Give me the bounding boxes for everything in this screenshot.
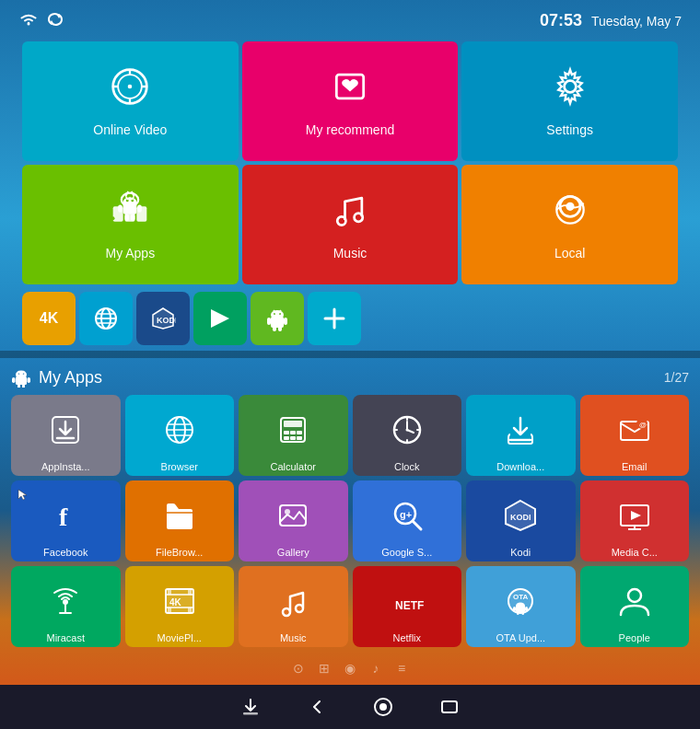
my-apps-section: My Apps 1/27 AppInsta...: [0, 360, 700, 654]
my-recommend-label: My recommend: [306, 122, 394, 137]
status-bar: 07:53 Tuesday, May 7: [11, 7, 689, 34]
svg-rect-122: [243, 712, 258, 715]
svg-rect-119: [517, 611, 519, 615]
svg-rect-19: [118, 204, 122, 212]
kodi-app-icon: KODI: [470, 488, 572, 543]
app-kodi[interactable]: KODI Kodi: [466, 480, 576, 561]
main-tiles-grid: Online Video My recommend Settings: [11, 38, 689, 288]
svg-point-9: [564, 80, 576, 92]
moviepl-label: MoviePl...: [129, 632, 231, 643]
svg-rect-107: [188, 590, 192, 595]
small-tile-kodi[interactable]: KODI: [136, 292, 190, 345]
appinstaller-label: AppInsta...: [15, 461, 117, 472]
app-moviepl[interactable]: 4K MoviePl...: [125, 566, 235, 647]
filebrowser-icon: [129, 488, 231, 543]
app-mediac[interactable]: Media C...: [580, 480, 690, 561]
small-tile-add[interactable]: [308, 292, 361, 345]
svg-rect-109: [188, 608, 192, 612]
facebook-label: Facebook: [15, 547, 117, 558]
svg-rect-106: [168, 590, 171, 595]
tile-local[interactable]: Local: [461, 165, 678, 284]
gallery-label: Gallery: [242, 547, 344, 558]
my-recommend-icon: [330, 66, 370, 117]
svg-rect-116: [516, 606, 525, 612]
browser-icon: [93, 306, 119, 331]
svg-rect-56: [22, 384, 25, 388]
svg-rect-120: [522, 611, 525, 615]
apps-grid: AppInsta... Browser: [11, 395, 689, 647]
app-clock[interactable]: Clock: [353, 395, 462, 476]
svg-point-28: [355, 213, 363, 221]
tile-my-apps[interactable]: My Apps: [22, 165, 239, 284]
nav-home[interactable]: [368, 692, 398, 722]
svg-rect-22: [131, 214, 135, 220]
svg-rect-21: [125, 214, 130, 220]
status-icons: [18, 12, 64, 29]
facebook-icon: f: [15, 488, 117, 543]
svg-rect-74: [290, 436, 296, 440]
svg-text:NETFLIX: NETFLIX: [395, 599, 425, 612]
music-app-label: Music: [242, 632, 344, 643]
my-apps-label: My Apps: [105, 246, 155, 260]
app-people[interactable]: People: [580, 566, 690, 647]
music-app-icon: [242, 573, 344, 629]
svg-rect-117: [513, 607, 516, 611]
app-filebrowser[interactable]: FileBrow...: [125, 480, 235, 561]
svg-rect-75: [297, 436, 302, 440]
netflix-label: Netflix: [356, 632, 459, 643]
svg-point-27: [337, 216, 345, 225]
filebrowser-label: FileBrow...: [129, 547, 231, 558]
online-video-label: Online Video: [93, 122, 167, 137]
app-email[interactable]: @ Email: [580, 395, 690, 476]
time-area: 07:53 Tuesday, May 7: [540, 11, 682, 30]
small-tile-android[interactable]: [251, 292, 304, 345]
refresh-icon: [46, 12, 64, 29]
local-label: Local: [554, 246, 585, 260]
svg-line-92: [413, 521, 421, 529]
nav-back[interactable]: [302, 692, 332, 722]
music-label: Music: [333, 246, 368, 260]
svg-rect-53: [12, 377, 16, 383]
nav-download[interactable]: [236, 692, 265, 722]
download-icon: [470, 402, 572, 457]
svg-point-110: [283, 608, 290, 616]
my-apps-title-area: My Apps: [11, 367, 102, 388]
bottom-nav: [0, 685, 700, 729]
svg-line-79: [407, 430, 414, 433]
app-browser[interactable]: Browser: [125, 395, 235, 476]
app-facebook[interactable]: f Facebook: [11, 480, 121, 561]
small-tile-browser[interactable]: [79, 292, 133, 345]
tile-online-video[interactable]: Online Video: [22, 41, 239, 161]
app-netflix[interactable]: NETFLIX Netflix: [353, 566, 462, 647]
svg-text:@: @: [639, 421, 647, 429]
app-miracast[interactable]: Miracast: [11, 566, 121, 647]
appinstaller-icon: [15, 402, 117, 457]
svg-rect-20: [138, 204, 143, 212]
tile-music[interactable]: Music: [242, 165, 459, 284]
app-googles[interactable]: g+ Google S...: [353, 480, 462, 561]
svg-point-0: [28, 23, 30, 26]
googles-label: Google S...: [356, 547, 459, 558]
svg-point-121: [628, 589, 641, 602]
indicator-grid: ⊞: [315, 659, 333, 677]
nav-recents[interactable]: [435, 692, 464, 722]
svg-text:KODI: KODI: [510, 513, 531, 522]
svg-rect-54: [28, 377, 31, 383]
app-otaupd[interactable]: OTA OTA Upd...: [466, 566, 576, 647]
calculator-icon: [242, 402, 344, 457]
tile-settings[interactable]: Settings: [461, 41, 678, 161]
app-gallery[interactable]: Gallery: [239, 480, 348, 561]
svg-point-46: [279, 313, 281, 315]
svg-point-16: [111, 216, 115, 220]
section-divider: [0, 351, 700, 358]
app-music[interactable]: Music: [239, 566, 348, 647]
small-tile-play[interactable]: [193, 292, 247, 345]
app-calculator[interactable]: Calculator: [239, 395, 348, 476]
tile-my-recommend[interactable]: My recommend: [242, 41, 459, 161]
miracast-icon: [15, 573, 117, 629]
small-tile-4k[interactable]: 4K: [22, 292, 76, 345]
email-label: Email: [584, 461, 686, 472]
app-download[interactable]: Downloa...: [466, 395, 576, 476]
app-appinstaller[interactable]: AppInsta...: [11, 395, 121, 476]
svg-point-124: [379, 703, 387, 711]
